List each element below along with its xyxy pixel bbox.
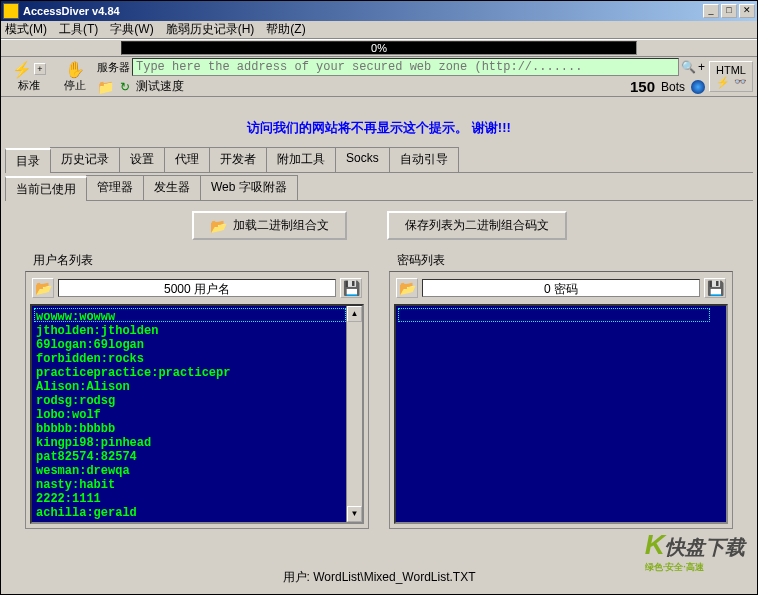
tab-directory[interactable]: 目录 (5, 148, 51, 173)
progress-bar: 0% (121, 41, 637, 55)
tab-autoguide[interactable]: 自动引导 (389, 147, 459, 172)
status-user-value: WordList\Mixed_WordList.TXT (313, 570, 475, 584)
watermark-text: 快盘下载 (665, 536, 745, 558)
test-speed-label[interactable]: 测试速度 (136, 78, 184, 95)
userlist-selection (34, 308, 346, 322)
close-button[interactable]: ✕ (739, 4, 755, 18)
plus2-icon[interactable]: + (698, 60, 705, 74)
lightning2-icon: ⚡ (716, 76, 730, 89)
folder4-icon: 📂 (399, 280, 416, 296)
userlist-scrollbar[interactable]: ▲ ▼ (346, 306, 362, 522)
progress-bar-row: 0% (1, 39, 757, 57)
standard-button[interactable]: ⚡+ 标准 (5, 57, 53, 96)
save2-icon: 💾 (707, 280, 724, 296)
folder2-icon: 📂 (210, 218, 227, 234)
bots-value: 150 (630, 78, 655, 95)
globe-icon[interactable] (691, 80, 705, 94)
html-button[interactable]: HTML ⚡👓 (709, 61, 753, 92)
passlist-save-button[interactable]: 💾 (704, 278, 726, 298)
window-title: AccessDiver v4.84 (23, 5, 703, 17)
userlist-title: 用户名列表 (25, 250, 369, 271)
save-combo-button[interactable]: 保存列表为二进制组合码文 (387, 211, 567, 240)
passlist-group: 密码列表 📂 0 密码 💾 (389, 250, 733, 529)
passlist-count: 0 密码 (422, 279, 700, 297)
save-icon: 💾 (343, 280, 360, 296)
tab-settings[interactable]: 设置 (119, 147, 165, 172)
tab-socks[interactable]: Socks (335, 147, 390, 172)
address-input[interactable] (132, 58, 679, 76)
tabs-main: 目录 历史记录 设置 代理 开发者 附加工具 Socks 自动引导 (5, 147, 753, 173)
passlist-area[interactable] (394, 304, 728, 524)
menu-mode[interactable]: 模式(M) (5, 21, 47, 38)
load-combo-button[interactable]: 📂 加载二进制组合文 (192, 211, 347, 240)
tabs-sub: 当前已使用 管理器 发生器 Web 字吸附器 (5, 175, 753, 201)
binoculars-icon: 👓 (734, 76, 746, 89)
bots-label: Bots (661, 80, 685, 94)
folder-icon[interactable]: 📁 (97, 79, 114, 95)
menu-help[interactable]: 帮助(Z) (266, 21, 305, 38)
maximize-button[interactable]: □ (721, 4, 737, 18)
tab-addons[interactable]: 附加工具 (266, 147, 336, 172)
tab-history[interactable]: 历史记录 (50, 147, 120, 172)
menu-tools[interactable]: 工具(T) (59, 21, 98, 38)
lightning-icon: ⚡ (12, 60, 32, 78)
menu-history[interactable]: 脆弱历史记录(H) (166, 21, 255, 38)
stop-button[interactable]: ✋ 停止 (57, 57, 93, 96)
userlist-save-button[interactable]: 💾 (340, 278, 362, 298)
passlist-selection (398, 308, 710, 322)
watermark: K快盘下载 绿色·安全·高速 (645, 529, 745, 574)
tab-developer[interactable]: 开发者 (209, 147, 267, 172)
server-label: 服务器 (97, 60, 130, 75)
app-icon (3, 3, 19, 19)
statusbar: 用户: WordList\Mixed_WordList.TXT (1, 565, 757, 590)
subtab-manager[interactable]: 管理器 (86, 175, 144, 200)
userlist-open-button[interactable]: 📂 (32, 278, 54, 298)
folder3-icon: 📂 (35, 280, 52, 296)
titlebar[interactable]: AccessDiver v4.84 _ □ ✕ (1, 1, 757, 21)
watermark-sub: 绿色·安全·高速 (645, 561, 745, 574)
menu-dict[interactable]: 字典(W) (110, 21, 153, 38)
plus-icon: + (34, 63, 46, 75)
refresh-icon[interactable]: ↻ (120, 80, 130, 94)
search-icon[interactable]: 🔍 (681, 60, 696, 74)
status-user-label: 用户: (283, 570, 310, 584)
load-combo-label: 加载二进制组合文 (233, 217, 329, 234)
progress-percent: 0% (371, 42, 387, 54)
save-combo-label: 保存列表为二进制组合码文 (405, 217, 549, 234)
stop-label: 停止 (64, 78, 86, 93)
userlist-count: 5000 用户名 (58, 279, 336, 297)
passlist-title: 密码列表 (389, 250, 733, 271)
subtab-generator[interactable]: 发生器 (143, 175, 201, 200)
passlist-open-button[interactable]: 📂 (396, 278, 418, 298)
subtab-current[interactable]: 当前已使用 (5, 176, 87, 201)
userlist-group: 用户名列表 📂 5000 用户名 💾 wowww:wowww jtholden:… (25, 250, 369, 529)
menubar: 模式(M) 工具(T) 字典(W) 脆弱历史记录(H) 帮助(Z) (1, 21, 757, 39)
stop-icon: ✋ (65, 60, 85, 78)
scroll-up-button[interactable]: ▲ (347, 306, 362, 322)
html-label: HTML (716, 64, 746, 76)
minimize-button[interactable]: _ (703, 4, 719, 18)
userlist-content[interactable]: wowww:wowww jtholden:jtholden 69logan:69… (32, 306, 362, 524)
subtab-webgrabber[interactable]: Web 字吸附器 (200, 175, 298, 200)
notice-text: 访问我们的网站将不再显示这个提示。 谢谢!!! (5, 101, 753, 147)
tab-proxy[interactable]: 代理 (164, 147, 210, 172)
userlist-area[interactable]: wowww:wowww jtholden:jtholden 69logan:69… (30, 304, 364, 524)
watermark-logo: K (645, 529, 665, 560)
standard-label: 标准 (18, 78, 40, 93)
toolbar-main: ⚡+ 标准 ✋ 停止 服务器 🔍 + 📁 ↻ 测试速度 150 (1, 57, 757, 97)
scroll-down-button[interactable]: ▼ (347, 506, 362, 522)
